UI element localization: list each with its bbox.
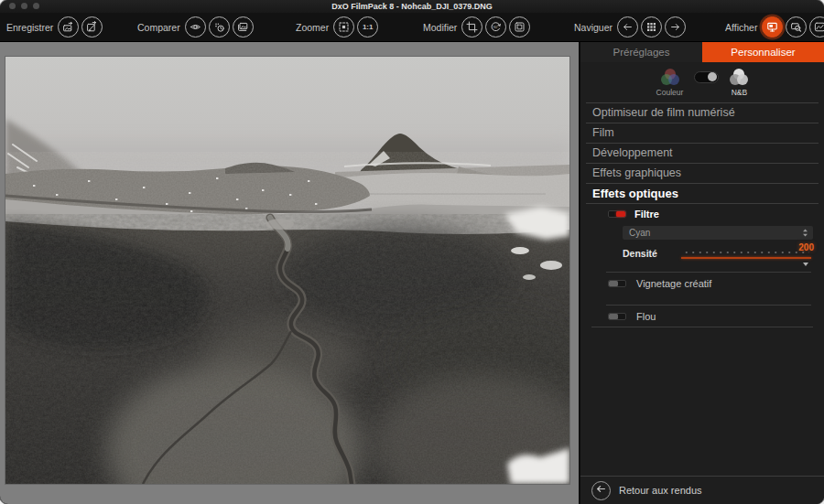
frame-button[interactable] xyxy=(509,16,530,38)
loupe-button[interactable] xyxy=(786,16,807,38)
next-button[interactable] xyxy=(665,16,686,38)
density-slider[interactable]: 200 xyxy=(681,246,811,261)
bw-mode-icon xyxy=(730,69,748,86)
zoom-one-to-one-button[interactable]: 1:1 xyxy=(357,16,378,38)
color-mode-label: Couleur xyxy=(656,88,684,97)
slider-track xyxy=(681,257,811,259)
toolbar-group-label: Naviguer xyxy=(574,22,613,33)
creative-vignetting-label: Vignetage créatif xyxy=(636,278,711,289)
window-title: DxO FilmPack 8 - Nohcab_DJI_0379.DNG xyxy=(0,0,824,13)
blur-label: Flou xyxy=(636,311,656,322)
section-film[interactable]: Film xyxy=(586,123,819,143)
blur-enable-toggle[interactable] xyxy=(608,313,626,320)
export-edited-icon xyxy=(86,21,98,33)
frame-icon xyxy=(514,21,526,33)
traffic-lights xyxy=(9,3,39,9)
export-image-icon xyxy=(62,21,74,33)
landscape-photo xyxy=(5,57,569,484)
slider-ticks xyxy=(683,252,809,253)
tab-customize[interactable]: Personnaliser xyxy=(702,42,824,62)
export-edited-button[interactable] xyxy=(81,16,103,38)
mode-color[interactable]: Couleur xyxy=(656,69,684,97)
select-stepper-icon xyxy=(802,228,808,241)
filter-enable-toggle[interactable] xyxy=(608,210,626,218)
app-window: DxO FilmPack 8 - Nohcab_DJI_0379.DNG Enr… xyxy=(0,0,824,504)
crop-button[interactable] xyxy=(461,16,482,38)
section-development[interactable]: Développement xyxy=(586,143,819,163)
photo-viewport[interactable] xyxy=(5,57,569,484)
density-row: Densité 200 xyxy=(623,246,811,261)
toolbar-group-label: Comparer xyxy=(137,22,180,33)
toolbar-group-label: Zoomer xyxy=(296,22,329,33)
zoom-fit-button[interactable] xyxy=(333,16,354,38)
compare-gallery-icon xyxy=(237,21,249,33)
compare-preview-icon xyxy=(190,21,201,33)
thumbnails-grid-icon xyxy=(645,21,657,33)
panel-tabs: Préréglages Personnaliser xyxy=(580,42,824,62)
next-icon xyxy=(669,21,681,33)
image-canvas xyxy=(0,42,579,504)
optical-effects-content: Filtre Cyan Densité 200 Vignetage créati… xyxy=(586,203,819,327)
svg-text:90°: 90° xyxy=(493,26,499,29)
minimize-button[interactable] xyxy=(21,3,27,9)
zoom-fit-icon xyxy=(338,21,350,33)
rotate-90-button[interactable]: 90° xyxy=(485,16,506,38)
toolbar-group-afficher: Afficher xyxy=(725,13,824,41)
section-graphic-effects[interactable]: Effets graphiques xyxy=(586,163,819,183)
thumbnails-grid-button[interactable] xyxy=(641,16,662,38)
section-film-optimizer[interactable]: Optimiseur de film numérisé xyxy=(586,102,819,123)
previous-icon xyxy=(622,21,634,33)
zoom-window-button[interactable] xyxy=(33,3,39,9)
mode-bw[interactable]: N&B xyxy=(730,69,748,97)
back-to-renders-label: Retour aux rendus xyxy=(619,485,702,496)
color-mode-icon xyxy=(661,69,679,86)
histogram-icon xyxy=(814,21,824,33)
back-to-renders-button[interactable] xyxy=(591,481,611,500)
panel-footer: Retour aux rendus xyxy=(580,476,824,504)
toggle-knob xyxy=(616,211,625,217)
section-optical-effects[interactable]: Effets optiques xyxy=(586,183,819,203)
toolbar-group-zoomer: Zoomer1:1 xyxy=(296,13,378,41)
toolbar: EnregistrerComparerZoomer1:1Modifier90°N… xyxy=(0,13,824,42)
divider xyxy=(591,327,813,327)
toolbar-group-label: Modifier xyxy=(423,22,457,33)
toolbar-group-label: Afficher xyxy=(725,22,757,33)
section-list: Optimiseur de film numériséFilmDéveloppe… xyxy=(580,102,824,203)
filter-selected-option: Cyan xyxy=(629,228,650,238)
toolbar-group-label: Enregistrer xyxy=(6,22,53,33)
display-image-button[interactable] xyxy=(762,16,783,38)
toggle-knob xyxy=(609,314,618,319)
filter-label: Filtre xyxy=(634,209,659,220)
back-arrow-icon xyxy=(595,483,607,498)
toggle-knob xyxy=(609,281,618,286)
subsection-creative-vignetting[interactable]: Vignetage créatif xyxy=(586,273,819,294)
slider-thumb[interactable] xyxy=(803,263,808,266)
previous-button[interactable] xyxy=(617,16,638,38)
toolbar-group-enregistrer: Enregistrer xyxy=(6,13,103,41)
compare-history-button[interactable] xyxy=(209,16,230,38)
color-bw-toggle-block: Couleur N&B xyxy=(580,62,824,102)
export-image-button[interactable] xyxy=(58,16,79,38)
color-bw-switch[interactable] xyxy=(694,71,719,83)
tab-presets[interactable]: Préréglages xyxy=(580,42,702,62)
toolbar-group-naviguer: Naviguer xyxy=(574,13,686,41)
zoom-one-to-one-icon: 1:1 xyxy=(363,23,374,31)
toolbar-group-modifier: Modifier90° xyxy=(423,13,530,41)
compare-gallery-button[interactable] xyxy=(233,16,254,38)
bw-mode-label: N&B xyxy=(732,88,747,97)
titlebar: DxO FilmPack 8 - Nohcab_DJI_0379.DNG xyxy=(0,0,824,13)
display-image-icon xyxy=(766,21,778,33)
creative-vignetting-enable-toggle[interactable] xyxy=(608,280,626,287)
compare-history-icon xyxy=(213,21,225,33)
filter-type-select[interactable]: Cyan xyxy=(623,226,813,240)
compare-preview-button[interactable] xyxy=(185,16,206,38)
crop-icon xyxy=(466,21,478,33)
subsection-blur[interactable]: Flou xyxy=(586,306,819,327)
close-button[interactable] xyxy=(9,3,16,9)
adjustments-panel: Préréglages Personnaliser Couleur N&B Op… xyxy=(579,42,824,504)
filter-row: Filtre xyxy=(586,204,819,224)
loupe-icon xyxy=(790,21,802,33)
rotate-90-icon: 90° xyxy=(490,21,502,33)
switch-knob xyxy=(708,72,717,81)
histogram-button[interactable] xyxy=(809,16,824,38)
